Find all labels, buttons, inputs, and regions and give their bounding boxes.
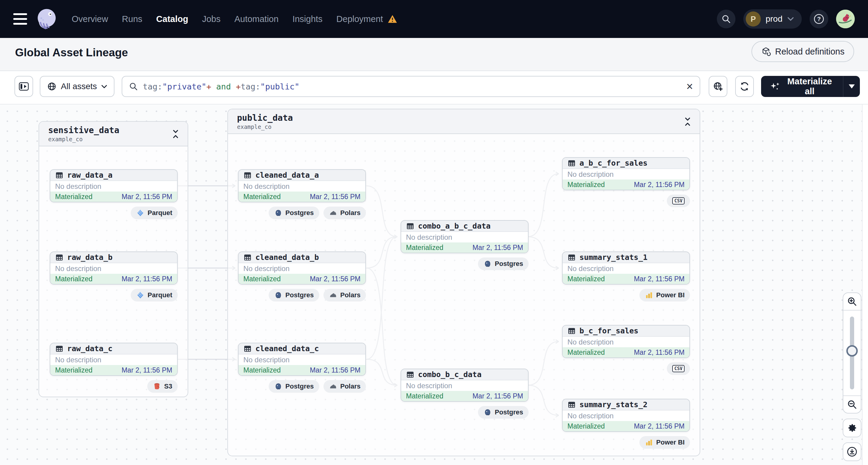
- kind-badge-postgres[interactable]: Postgres: [478, 257, 529, 270]
- asset-status-row: MaterializedMar 2, 11:56 PM: [50, 365, 177, 375]
- collapse-icon: [683, 117, 692, 127]
- kind-badge-postgres[interactable]: Postgres: [269, 289, 319, 302]
- lineage-canvas[interactable]: sensitive_data example_co public_data ex…: [0, 104, 868, 465]
- materialized-status: Materialized: [243, 193, 281, 201]
- csv-icon: CSV: [672, 365, 685, 372]
- nav-item-deployment[interactable]: Deployment: [336, 14, 383, 24]
- graph-settings-button[interactable]: [843, 418, 861, 437]
- kind-badge-powerbi[interactable]: Power BI: [640, 436, 690, 449]
- zoom-slider-thumb[interactable]: [846, 345, 858, 356]
- materialize-all-label: Materialize all: [785, 76, 835, 96]
- nav-item-automation[interactable]: Automation: [234, 14, 279, 24]
- environment-switcher[interactable]: P prod: [743, 9, 802, 29]
- download-icon: [847, 446, 858, 457]
- group-header[interactable]: public_data example_co: [228, 109, 700, 134]
- materialized-status: Materialized: [55, 193, 92, 201]
- asset-description: No description: [239, 181, 365, 191]
- view-full-catalog-button[interactable]: [709, 76, 727, 97]
- collapse-group-button[interactable]: [682, 117, 693, 127]
- badge-label: Power BI: [656, 438, 685, 446]
- user-avatar[interactable]: [836, 10, 855, 28]
- kind-badge-postgres[interactable]: Postgres: [269, 207, 319, 219]
- asset-node-raw_data_c[interactable]: raw_data_c No description MaterializedMa…: [50, 343, 178, 376]
- asset-node-summary_stats_1[interactable]: summary_stats_1 No description Materiali…: [562, 251, 690, 285]
- kind-badge-postgres[interactable]: Postgres: [478, 406, 529, 418]
- zoom-slider[interactable]: [843, 310, 861, 396]
- warning-triangle-icon[interactable]: [387, 14, 398, 24]
- refresh-button[interactable]: [735, 76, 754, 97]
- materialized-timestamp: Mar 2, 11:56 PM: [310, 366, 361, 374]
- environment-avatar: P: [746, 11, 761, 27]
- materialize-options-caret[interactable]: [843, 76, 860, 97]
- asset-node-b_c_for_sales[interactable]: b_c_for_sales No description Materialize…: [562, 325, 690, 358]
- zoom-out-button[interactable]: [843, 396, 861, 413]
- group-header[interactable]: sensitive_data example_co: [39, 122, 188, 146]
- collapse-group-button[interactable]: [170, 129, 181, 140]
- kind-badge-polars[interactable]: Polars: [323, 289, 366, 302]
- reload-definitions-button[interactable]: Reload definitions: [751, 41, 854, 62]
- asset-kind-badges: Power BI: [562, 289, 690, 302]
- nav-item-insights[interactable]: Insights: [292, 14, 322, 24]
- asset-node-header: cleaned_data_b: [239, 252, 365, 263]
- asset-description: No description: [563, 263, 689, 274]
- asset-node-combo_a_b_c_data[interactable]: combo_a_b_c_data No description Material…: [401, 220, 529, 253]
- nav-item-catalog[interactable]: Catalog: [156, 14, 188, 24]
- nav-item-overview[interactable]: Overview: [72, 14, 108, 24]
- asset-node-a_b_c_for_sales[interactable]: a_b_c_for_sales No description Materiali…: [562, 157, 690, 190]
- menu-hamburger-icon[interactable]: [13, 13, 27, 25]
- kind-badge-csv[interactable]: CSV: [667, 194, 690, 207]
- kind-badge-postgres[interactable]: Postgres: [269, 380, 319, 393]
- nav-item-jobs[interactable]: Jobs: [202, 14, 220, 24]
- clear-search-button[interactable]: ×: [686, 81, 693, 92]
- search-icon: [721, 14, 731, 24]
- asset-node-raw_data_b[interactable]: raw_data_b No description MaterializedMa…: [50, 251, 178, 285]
- kind-badge-parquet[interactable]: Parquet: [131, 289, 178, 302]
- badge-label: Polars: [340, 382, 361, 390]
- materialize-all-button[interactable]: Materialize all: [761, 76, 860, 97]
- asset-kind-badges: S3: [50, 380, 178, 393]
- download-image-button[interactable]: [843, 442, 861, 461]
- kind-badge-s3[interactable]: S3: [147, 380, 178, 393]
- kind-badge-polars[interactable]: Polars: [323, 207, 366, 219]
- table-icon: [567, 253, 576, 262]
- asset-node-cleaned_data_b[interactable]: cleaned_data_b No description Materializ…: [238, 251, 366, 285]
- asset-node-raw_data_a[interactable]: raw_data_a No description MaterializedMa…: [50, 169, 178, 203]
- avatar-bird-image: [836, 10, 855, 28]
- kind-badge-csv[interactable]: CSV: [667, 362, 690, 375]
- asset-name: raw_data_c: [67, 344, 113, 353]
- asset-node-cleaned_data_a[interactable]: cleaned_data_a No description Materializ…: [238, 169, 366, 203]
- global-search-button[interactable]: [717, 10, 736, 28]
- group-location: example_co: [48, 136, 188, 143]
- main-nav: Overview Runs Catalog Jobs Automation In…: [72, 0, 398, 38]
- table-icon: [243, 344, 252, 353]
- asset-node-header: raw_data_c: [50, 343, 177, 354]
- badge-label: Postgres: [285, 209, 314, 217]
- postgres-icon: [274, 209, 282, 217]
- asset-status-row: MaterializedMar 2, 11:56 PM: [50, 191, 177, 202]
- top-nav: Overview Runs Catalog Jobs Automation In…: [0, 0, 868, 38]
- page-title: Global Asset Lineage: [15, 46, 128, 59]
- kind-badge-parquet[interactable]: Parquet: [131, 207, 178, 219]
- asset-node-cleaned_data_c[interactable]: cleaned_data_c No description Materializ…: [238, 343, 366, 376]
- zoom-in-button[interactable]: [843, 293, 861, 310]
- reload-cube-icon: [761, 47, 771, 56]
- kind-badge-polars[interactable]: Polars: [323, 380, 366, 393]
- badge-label: Postgres: [285, 382, 314, 390]
- materialized-status: Materialized: [567, 275, 605, 283]
- dagster-logo-icon[interactable]: [34, 7, 59, 31]
- asset-name: cleaned_data_b: [255, 253, 319, 262]
- asset-node-combo_b_c_data[interactable]: combo_b_c_data No description Materializ…: [401, 369, 529, 402]
- asset-node-summary_stats_2[interactable]: summary_stats_2 No description Materiali…: [562, 399, 690, 432]
- asset-status-row: MaterializedMar 2, 11:56 PM: [50, 274, 177, 284]
- asset-scope-dropdown[interactable]: All assets: [40, 76, 115, 97]
- asset-search-input[interactable]: tag:"private"+ and +tag:"public" ×: [122, 76, 700, 97]
- open-panel-icon: [19, 82, 29, 91]
- materialize-all-main[interactable]: Materialize all: [761, 76, 843, 97]
- polars-icon: [329, 209, 337, 217]
- toggle-sidebar-button[interactable]: [14, 76, 33, 97]
- help-button[interactable]: ?: [810, 10, 828, 28]
- vertical-scrollbar[interactable]: [862, 104, 868, 465]
- kind-badge-powerbi[interactable]: Power BI: [640, 289, 690, 302]
- nav-item-runs[interactable]: Runs: [122, 14, 143, 24]
- materialized-timestamp: Mar 2, 11:56 PM: [122, 193, 172, 201]
